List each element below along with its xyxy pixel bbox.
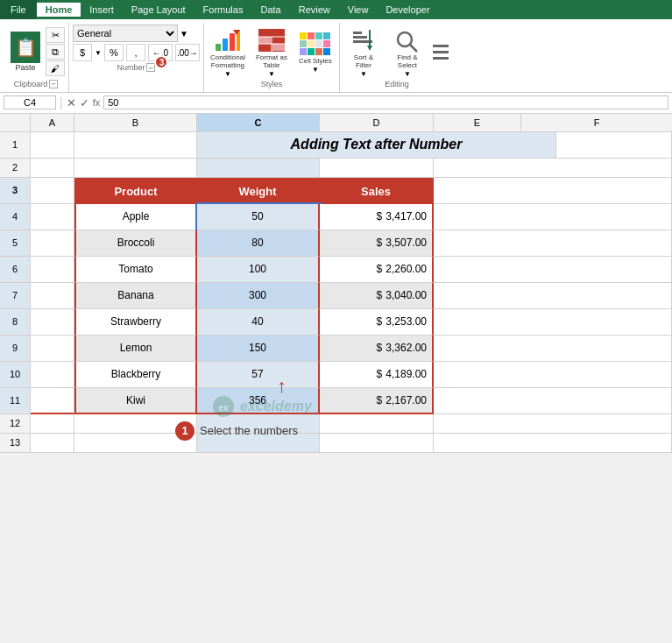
cell-c6[interactable]: 100: [197, 257, 320, 283]
cell-b11[interactable]: Kiwi: [74, 388, 197, 414]
cell-c8[interactable]: 40: [197, 309, 320, 336]
col-header-e[interactable]: E: [434, 114, 521, 131]
cell-a3[interactable]: [31, 178, 74, 204]
cell-d2[interactable]: [320, 159, 434, 178]
cell-a9[interactable]: [31, 336, 74, 362]
cell-e6[interactable]: [434, 257, 672, 283]
clipboard-launcher[interactable]: ⌐: [49, 80, 58, 88]
cell-a13[interactable]: [31, 434, 74, 453]
percent-button[interactable]: %: [104, 44, 124, 61]
cell-a2[interactable]: [31, 159, 74, 178]
cell-a10[interactable]: [31, 362, 74, 388]
cell-b2[interactable]: [74, 159, 197, 178]
cell-b10[interactable]: Blackberry: [74, 362, 197, 388]
col-header-c[interactable]: C: [197, 114, 320, 131]
cell-e3[interactable]: [434, 178, 672, 204]
cell-b8[interactable]: Strawberry: [74, 309, 197, 336]
paste-button[interactable]: 📋 Paste: [7, 30, 44, 74]
insert-tab[interactable]: Insert: [81, 3, 123, 17]
review-tab[interactable]: Review: [290, 3, 339, 17]
row-header-10[interactable]: 10: [0, 362, 31, 388]
cell-a5[interactable]: [31, 230, 74, 257]
cell-a11[interactable]: [31, 388, 74, 414]
cell-e5[interactable]: [434, 230, 672, 257]
cell-d10[interactable]: $ 4,189.00: [320, 362, 434, 388]
pagelayout-tab[interactable]: Page Layout: [123, 3, 195, 17]
cell-e4[interactable]: [434, 204, 672, 230]
confirm-icon[interactable]: ✓: [80, 96, 89, 110]
copy-button[interactable]: ⧉: [46, 44, 65, 60]
cell-b9[interactable]: Lemon: [74, 336, 197, 362]
row-header-5[interactable]: 5: [0, 230, 31, 257]
cell-c5[interactable]: 80: [197, 230, 320, 257]
conditional-formatting-button[interactable]: ConditionalFormatting ▼: [208, 25, 248, 80]
row-header-4[interactable]: 4: [0, 204, 31, 230]
row-header-11[interactable]: 11: [0, 388, 31, 414]
view-tab[interactable]: View: [339, 3, 378, 17]
cell-b6[interactable]: Tomato: [74, 257, 197, 283]
cell-d3-sales[interactable]: Sales: [320, 178, 434, 204]
cell-e7[interactable]: [434, 283, 672, 309]
cell-e13[interactable]: [434, 434, 672, 453]
col-header-f[interactable]: F: [521, 114, 672, 131]
row-header-9[interactable]: 9: [0, 336, 31, 362]
cell-d12[interactable]: [320, 414, 434, 434]
row-header-13[interactable]: 13: [0, 434, 31, 453]
increase-decimal-button[interactable]: .00→: [175, 44, 200, 61]
cell-e12[interactable]: [434, 414, 672, 434]
cell-c9[interactable]: 150: [197, 336, 320, 362]
cell-d5[interactable]: $ 3,507.00: [320, 230, 434, 257]
cell-f1[interactable]: [556, 132, 672, 159]
font-format-select[interactable]: General: [73, 25, 178, 42]
cell-d9[interactable]: $ 3,362.00: [320, 336, 434, 362]
cell-d8[interactable]: $ 3,253.00: [320, 309, 434, 336]
cell-d7[interactable]: $ 3,040.00: [320, 283, 434, 309]
font-dropdown-arrow[interactable]: ▼: [180, 29, 188, 39]
cell-a8[interactable]: [31, 309, 74, 336]
cell-d13[interactable]: [320, 434, 434, 453]
cell-c4[interactable]: 50: [197, 204, 320, 230]
cell-d6[interactable]: $ 2,260.00: [320, 257, 434, 283]
formulas-tab[interactable]: Formulas: [195, 3, 252, 17]
row-header-3[interactable]: 3: [0, 178, 31, 204]
cell-reference-box[interactable]: [4, 95, 56, 110]
cell-e10[interactable]: [434, 362, 672, 388]
row-header-12[interactable]: 12: [0, 414, 31, 434]
cell-b3-product[interactable]: Product: [74, 178, 197, 204]
cell-b4[interactable]: Apple: [74, 204, 197, 230]
cell-c1-title[interactable]: Adding Text after Number: [197, 132, 556, 159]
row-header-7[interactable]: 7: [0, 283, 31, 309]
cell-b5[interactable]: Broccoli: [74, 230, 197, 257]
formula-input[interactable]: [103, 95, 668, 110]
cell-b7[interactable]: Banana: [74, 283, 197, 309]
cell-b1[interactable]: [74, 132, 197, 159]
cell-a1[interactable]: [31, 132, 74, 159]
cell-e9[interactable]: [434, 336, 672, 362]
cell-a6[interactable]: [31, 257, 74, 283]
cell-e8[interactable]: [434, 309, 672, 336]
cell-a4[interactable]: [31, 204, 74, 230]
menu-icon-button[interactable]: [431, 41, 450, 63]
cell-styles-button[interactable]: Cell Styles ▼: [295, 28, 336, 75]
cell-c2[interactable]: [197, 159, 320, 178]
row-header-1[interactable]: 1: [0, 132, 31, 159]
developer-tab[interactable]: Developer: [377, 3, 438, 17]
cell-c7[interactable]: 300: [197, 283, 320, 309]
format-as-table-button[interactable]: Format as Table ▼: [251, 25, 292, 80]
cut-button[interactable]: ✂: [46, 27, 65, 43]
home-tab[interactable]: Home: [37, 3, 81, 17]
row-header-2[interactable]: 2: [0, 159, 31, 178]
insert-function-icon[interactable]: fx: [93, 97, 101, 108]
cell-e2[interactable]: [434, 159, 672, 178]
dropdown-arrow-dollar[interactable]: ▼: [95, 49, 102, 57]
row-header-6[interactable]: 6: [0, 257, 31, 283]
row-header-8[interactable]: 8: [0, 309, 31, 336]
cell-a7[interactable]: [31, 283, 74, 309]
dollar-button[interactable]: $: [73, 44, 92, 61]
find-select-button[interactable]: Find & Select ▼: [387, 25, 428, 80]
cell-d11[interactable]: $ 2,167.00: [320, 388, 434, 414]
cell-c3-weight[interactable]: Weight: [197, 178, 320, 204]
comma-button[interactable]: ,: [126, 44, 145, 61]
cell-a12[interactable]: [31, 414, 74, 434]
col-header-d[interactable]: D: [320, 114, 434, 131]
